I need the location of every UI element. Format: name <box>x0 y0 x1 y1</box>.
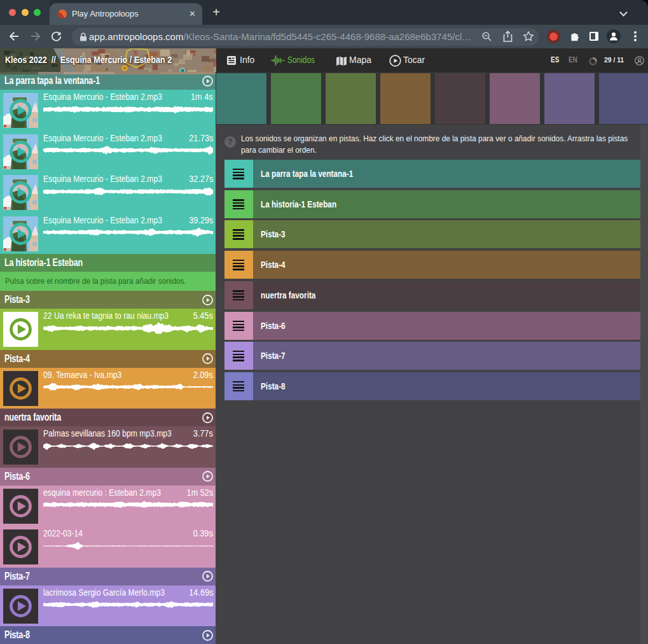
svg-text:?: ? <box>228 137 233 146</box>
